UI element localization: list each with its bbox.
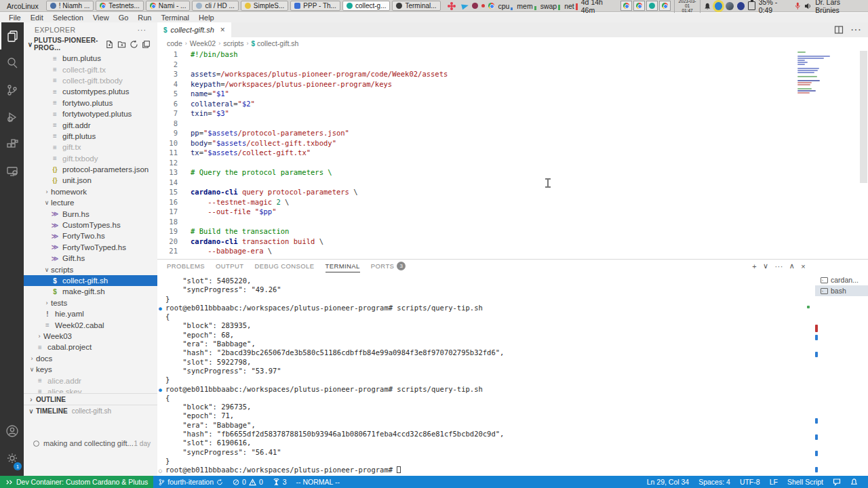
- bell-icon[interactable]: [704, 2, 711, 10]
- problems-status[interactable]: 0 0: [228, 478, 268, 486]
- tree-item-cabal.project[interactable]: ≡cabal.project: [24, 342, 157, 352]
- tree-item-tests[interactable]: ›tests: [24, 298, 157, 308]
- menu-terminal[interactable]: Terminal: [157, 14, 195, 22]
- timeline-item[interactable]: making and collecting gift... 1 day: [24, 438, 157, 449]
- tree-item-collect-gift.txbody[interactable]: ≡collect-gift.txbody: [24, 75, 157, 86]
- taskbar-window-1[interactable]: Testnets...: [96, 1, 144, 11]
- menu-go[interactable]: Go: [114, 14, 134, 22]
- notifications-bell-icon[interactable]: [846, 478, 863, 486]
- microphone-icon[interactable]: [795, 2, 801, 10]
- breadcrumb[interactable]: code›Week02›scripts›$collect-gift.sh: [157, 37, 868, 49]
- breadcrumb-Week02[interactable]: Week02: [190, 39, 216, 47]
- tree-item-protocol-parameters.json[interactable]: {}protocol-parameters.json: [24, 164, 157, 175]
- tree-item-FortyTwoTyped.hs[interactable]: ≫FortyTwoTyped.hs: [24, 242, 157, 253]
- tree-item-alice.skey[interactable]: ≡alice.skey: [24, 386, 157, 393]
- encoding[interactable]: UTF-8: [735, 478, 765, 486]
- swirl-tray-icon[interactable]: [726, 2, 733, 10]
- git-branch-status[interactable]: fourth-iteration: [153, 478, 228, 486]
- pager-box-2[interactable]: [646, 1, 658, 11]
- breadcrumb-code[interactable]: code: [167, 39, 182, 47]
- breadcrumb-file[interactable]: collect-gift.sh: [257, 39, 298, 47]
- pager-box-0[interactable]: [620, 1, 632, 11]
- tree-item-Week02.cabal[interactable]: ≡Week02.cabal: [24, 319, 157, 330]
- tree-item-fortytwo.plutus[interactable]: ≡fortytwo.plutus: [24, 98, 157, 108]
- eol-sequence[interactable]: LF: [765, 478, 783, 486]
- remote-explorer-icon[interactable]: [0, 158, 24, 185]
- terminal-dropdown-icon[interactable]: ∨: [763, 262, 768, 270]
- sync-icon[interactable]: [216, 479, 223, 486]
- maximize-panel-icon[interactable]: ∧: [789, 262, 795, 270]
- cursor-position[interactable]: Ln 29, Col 34: [642, 478, 694, 486]
- tree-item-hie.yaml[interactable]: !hie.yaml: [24, 308, 157, 319]
- taskbar-window-6[interactable]: collect-g...: [342, 1, 391, 11]
- taskbar-window-4[interactable]: SimpleS...: [241, 1, 289, 11]
- panel-tab-terminal[interactable]: TERMINAL: [326, 260, 360, 272]
- new-terminal-icon[interactable]: +: [752, 262, 757, 270]
- panel-tab-output[interactable]: OUTPUT: [216, 260, 243, 272]
- clock[interactable]: 2023-03-01 01:47: [674, 0, 701, 13]
- panel-tab-ports[interactable]: PORTS3: [371, 260, 406, 272]
- new-file-icon[interactable]: [105, 40, 114, 49]
- workspace-section-header[interactable]: ∨ PLUTUS-PIONEER-PROG...: [24, 37, 157, 51]
- sidebar-more-actions[interactable]: ···: [138, 26, 147, 34]
- chrome-tray-icon[interactable]: [488, 3, 494, 9]
- menu-run[interactable]: Run: [133, 14, 156, 22]
- taskbar-window-5[interactable]: PPP - Th...: [290, 1, 340, 11]
- language-mode[interactable]: Shell Script: [783, 478, 828, 486]
- more-actions-icon[interactable]: ···: [850, 24, 861, 36]
- menu-file[interactable]: File: [4, 14, 26, 22]
- app-indicator-icon[interactable]: [737, 2, 745, 10]
- terminal[interactable]: "slot": 5405220, "syncProgress": "49.26"…: [157, 277, 805, 476]
- speaker-icon[interactable]: [804, 2, 812, 10]
- timeline-section[interactable]: ∨ TIMELINE collect-gift.sh: [24, 405, 157, 416]
- tree-item-Gift.hs[interactable]: ≫Gift.hs: [24, 253, 157, 264]
- verified-tray-icon[interactable]: [715, 2, 722, 10]
- taskbar-window-7[interactable]: Terminal...: [392, 1, 440, 11]
- tab-collect-gift-sh[interactable]: $ collect-gift.sh ×: [157, 22, 231, 37]
- tree-item-lecture[interactable]: ∨lecture: [24, 197, 157, 208]
- indentation[interactable]: Spaces: 4: [694, 478, 735, 486]
- tree-item-unit.json[interactable]: {}unit.json: [24, 175, 157, 186]
- tree-item-fortytwotyped.plutus[interactable]: ≡fortytwotyped.plutus: [24, 108, 157, 119]
- tree-item-scripts[interactable]: ∨scripts: [24, 264, 157, 274]
- tree-item-gift.tx[interactable]: ≡gift.tx: [24, 142, 157, 152]
- menu-help[interactable]: Help: [194, 14, 219, 22]
- tree-item-gift.addr[interactable]: ≡gift.addr: [24, 119, 157, 130]
- menu-edit[interactable]: Edit: [26, 14, 48, 22]
- taskbar-window-3[interactable]: cli / HD ...: [192, 1, 238, 11]
- tree-item-gift.plutus[interactable]: ≡gift.plutus: [24, 131, 157, 142]
- tree-item-Week03[interactable]: ›Week03: [24, 331, 157, 342]
- taskbar-window-2[interactable]: Nami - ...: [146, 1, 191, 11]
- editor-scrollbar[interactable]: [860, 51, 867, 183]
- os-app-menu[interactable]: ArcoLinux: [4, 2, 44, 10]
- telegram-icon[interactable]: [462, 2, 470, 9]
- explorer-icon[interactable]: [0, 22, 24, 49]
- menu-view[interactable]: View: [88, 14, 114, 22]
- user-label[interactable]: Dr. Lars Brünjes: [815, 0, 864, 14]
- tree-item-customtypes.plutus[interactable]: ≡customtypes.plutus: [24, 86, 157, 97]
- arcolinux-logo-icon[interactable]: [448, 3, 455, 9]
- tree-item-Burn.hs[interactable]: ≫Burn.hs: [24, 208, 157, 219]
- new-folder-icon[interactable]: [117, 40, 126, 49]
- minimap[interactable]: [797, 52, 833, 94]
- app-tray-icon[interactable]: [472, 3, 478, 9]
- search-icon[interactable]: [0, 49, 24, 77]
- tree-item-docs[interactable]: ›docs: [24, 353, 157, 364]
- run-debug-icon[interactable]: [0, 104, 24, 131]
- close-icon[interactable]: ×: [220, 25, 225, 35]
- tree-item-FortyTwo.hs[interactable]: ≫FortyTwo.hs: [24, 230, 157, 241]
- pager-box-1[interactable]: [633, 1, 645, 11]
- refresh-icon[interactable]: [130, 40, 138, 49]
- tree-item-make-gift.sh[interactable]: $make-gift.sh: [24, 286, 157, 297]
- terminal-instance-cardan[interactable]: ›cardan...: [815, 274, 868, 285]
- tree-item-CustomTypes.hs[interactable]: ≫CustomTypes.hs: [24, 220, 157, 230]
- close-panel-icon[interactable]: ×: [801, 262, 806, 270]
- code-editor[interactable]: 1#!/bin/bash23assets=/workspaces/plutus-…: [157, 49, 868, 259]
- settings-gear-icon[interactable]: 1: [0, 445, 24, 472]
- split-editor-icon[interactable]: [834, 25, 844, 35]
- tree-item-homework[interactable]: ›homework: [24, 186, 157, 197]
- vim-mode[interactable]: -- NORMAL --: [292, 478, 344, 486]
- source-control-icon[interactable]: [0, 77, 24, 104]
- outline-section[interactable]: › OUTLINE: [24, 393, 157, 405]
- pager-box-3[interactable]: [659, 1, 671, 11]
